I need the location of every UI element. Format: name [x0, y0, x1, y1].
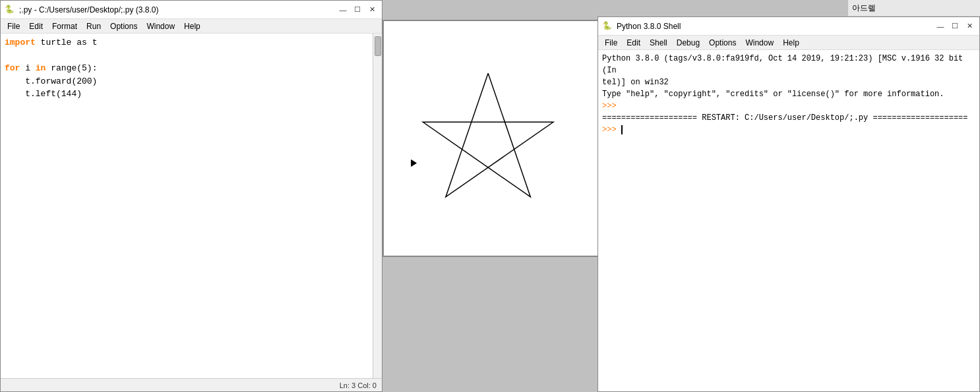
shell-line-3: Type "help", "copyright", "credits" or "…: [602, 88, 975, 100]
code-line-2: [5, 49, 369, 63]
shell-maximize-button[interactable]: ☐: [949, 20, 961, 32]
shell-menubar: File Edit Shell Debug Options Window Hel…: [598, 36, 979, 50]
shell-line-6: >>> ​: [602, 124, 975, 136]
shell-menu-edit[interactable]: Edit: [623, 37, 644, 49]
menu-run[interactable]: Run: [82, 20, 105, 32]
shell-menu-file[interactable]: File: [601, 37, 621, 49]
editor-window: 🐍 ;.py - C:/Users/user/Desktop/;.py (3.8…: [0, 0, 383, 392]
shell-menu-options[interactable]: Options: [705, 37, 740, 49]
editor-menubar: File Edit Format Run Options Window Help: [1, 19, 382, 34]
titlebar-controls[interactable]: — ☐ ✕: [337, 4, 378, 16]
minimize-button[interactable]: —: [337, 4, 349, 16]
code-area[interactable]: import turtle as t for i in range(5): t.…: [1, 34, 373, 378]
turtle-window: [383, 20, 607, 257]
turtle-arrow: [412, 160, 417, 167]
statusbar-text: Ln: 3 Col: 0: [340, 381, 377, 389]
shell-python-icon: 🐍: [602, 21, 613, 32]
scrollbar-thumb[interactable]: [375, 36, 381, 56]
shell-minimize-button[interactable]: —: [934, 20, 946, 32]
menu-help[interactable]: Help: [180, 20, 204, 32]
maximize-button[interactable]: ☐: [352, 4, 363, 16]
code-line-4: t.forward(200): [5, 75, 369, 88]
menu-format[interactable]: Format: [48, 20, 81, 32]
shell-line-4: >>>: [602, 100, 975, 112]
taskbar-preview: 아드렐: [848, 0, 980, 16]
code-line-3: for i in range(5):: [5, 62, 369, 75]
close-button[interactable]: ✕: [366, 4, 378, 16]
star-shape: [423, 73, 553, 197]
shell-titlebar-controls[interactable]: — ☐ ✕: [934, 20, 975, 32]
editor-titlebar: 🐍 ;.py - C:/Users/user/Desktop/;.py (3.8…: [1, 1, 382, 19]
python-icon: 🐍: [5, 5, 15, 15]
titlebar-left: 🐍 ;.py - C:/Users/user/Desktop/;.py (3.8…: [5, 5, 158, 15]
shell-titlebar-left: 🐍 Python 3.8.0 Shell: [602, 21, 681, 32]
shell-line-1: Python 3.8.0 (tags/v3.8.0:fa919fd, Oct 1…: [602, 53, 975, 76]
shell-menu-window[interactable]: Window: [741, 37, 778, 49]
menu-window[interactable]: Window: [142, 20, 179, 32]
menu-file[interactable]: File: [3, 20, 24, 32]
shell-window: 🐍 Python 3.8.0 Shell — ☐ ✕ File Edit She…: [597, 16, 980, 392]
shell-line-5: ==================== RESTART: C:/Users/u…: [602, 112, 975, 124]
shell-line-2: tel)] on win32: [602, 76, 975, 88]
shell-menu-shell[interactable]: Shell: [646, 37, 671, 49]
editor-statusbar: Ln: 3 Col: 0: [1, 378, 382, 391]
shell-titlebar: 🐍 Python 3.8.0 Shell — ☐ ✕: [598, 17, 979, 36]
editor-title: ;.py - C:/Users/user/Desktop/;.py (3.8.0…: [19, 5, 158, 14]
shell-body[interactable]: Python 3.8.0 (tags/v3.8.0:fa919fd, Oct 1…: [598, 50, 979, 391]
menu-options[interactable]: Options: [106, 20, 141, 32]
shell-menu-debug[interactable]: Debug: [673, 37, 704, 49]
shell-close-button[interactable]: ✕: [964, 20, 975, 32]
turtle-canvas: [384, 21, 605, 256]
editor-body: import turtle as t for i in range(5): t.…: [1, 34, 382, 378]
shell-menu-help[interactable]: Help: [779, 37, 803, 49]
taskbar-label: 아드렐: [852, 3, 876, 14]
menu-edit[interactable]: Edit: [25, 20, 47, 32]
code-line-1: import turtle as t: [5, 36, 369, 49]
code-line-5: t.left(144): [5, 88, 369, 101]
shell-title: Python 3.8.0 Shell: [617, 22, 681, 31]
vertical-scrollbar[interactable]: [373, 34, 382, 378]
